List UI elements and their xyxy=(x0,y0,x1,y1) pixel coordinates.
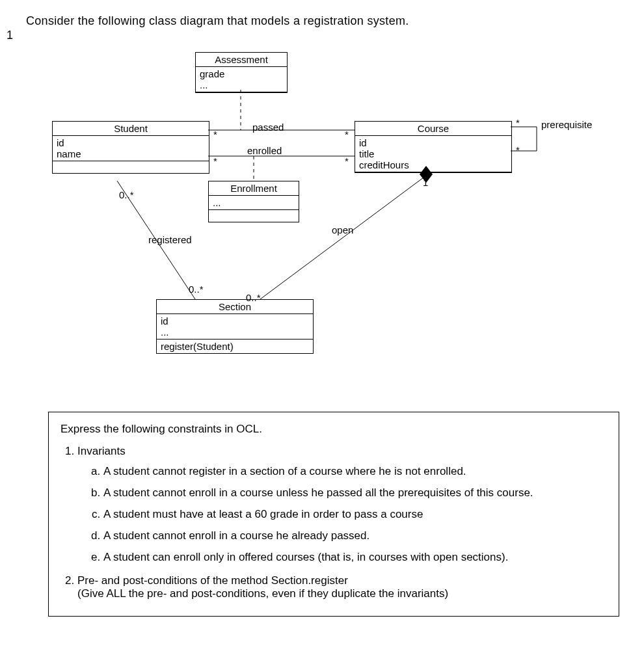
inv-e: A student can enroll only in offered cou… xyxy=(103,550,607,565)
mult-section-open: 0..* xyxy=(246,292,261,303)
inv-c: A student must have at least a 60 grade … xyxy=(103,507,607,522)
label-prerequisite: prerequisite xyxy=(541,119,592,130)
mult-student-passed: * xyxy=(213,129,217,140)
class-assessment-attrs: grade ... xyxy=(196,67,287,92)
class-enrollment-attrs: ... xyxy=(209,196,299,210)
label-passed: passed xyxy=(252,122,284,133)
class-enrollment-title: Enrollment xyxy=(209,181,299,196)
constraints-prepost-note: (Give ALL the pre- and post-conditions, … xyxy=(77,587,448,600)
class-student: Student id name xyxy=(52,121,209,174)
inv-d: A student cannot enroll in a course he a… xyxy=(103,529,607,544)
class-assessment: Assessment grade ... xyxy=(195,52,288,93)
inv-b: A student cannot enroll in a course unle… xyxy=(103,486,607,501)
mult-prereq-bot: * xyxy=(516,144,520,155)
class-course: Course id title creditHours xyxy=(355,121,512,173)
mult-prereq-top: * xyxy=(516,117,520,128)
mult-course-open: 1 xyxy=(423,177,428,188)
question-number: 1 xyxy=(7,29,13,42)
mult-student-registered: 0..* xyxy=(119,189,134,200)
class-section-ops: register(Student) xyxy=(157,340,313,353)
mult-course-enrolled: * xyxy=(345,155,349,166)
class-section-title: Section xyxy=(157,300,313,314)
class-course-title: Course xyxy=(355,122,511,136)
mult-student-enrolled: * xyxy=(213,155,217,166)
diagram-connectors xyxy=(0,0,644,423)
class-assessment-title: Assessment xyxy=(196,53,287,67)
constraints-box: Express the following constraints in OCL… xyxy=(48,412,619,617)
class-course-attrs: id title creditHours xyxy=(355,136,511,172)
class-enrollment: Enrollment ... xyxy=(208,181,299,222)
constraints-invariants: Invariants A student cannot register in … xyxy=(77,445,607,565)
constraints-lead: Express the following constraints in OCL… xyxy=(60,423,607,436)
constraints-prepost: Pre- and post-conditions of the method S… xyxy=(77,574,607,600)
mult-course-passed: * xyxy=(345,129,349,140)
label-open: open xyxy=(332,224,353,235)
class-student-title: Student xyxy=(53,122,209,136)
inv-a: A student cannot register in a section o… xyxy=(103,464,607,479)
mult-section-registered: 0..* xyxy=(189,284,204,295)
label-registered: registered xyxy=(148,234,192,245)
intro-text: Consider the following class diagram tha… xyxy=(26,14,409,28)
class-student-attrs: id name xyxy=(53,136,209,161)
class-section: Section id ... register(Student) xyxy=(156,299,314,354)
class-section-attrs: id ... xyxy=(157,314,313,340)
class-student-ops xyxy=(53,161,209,173)
class-enrollment-ops xyxy=(209,210,299,222)
label-enrolled: enrolled xyxy=(247,145,282,156)
